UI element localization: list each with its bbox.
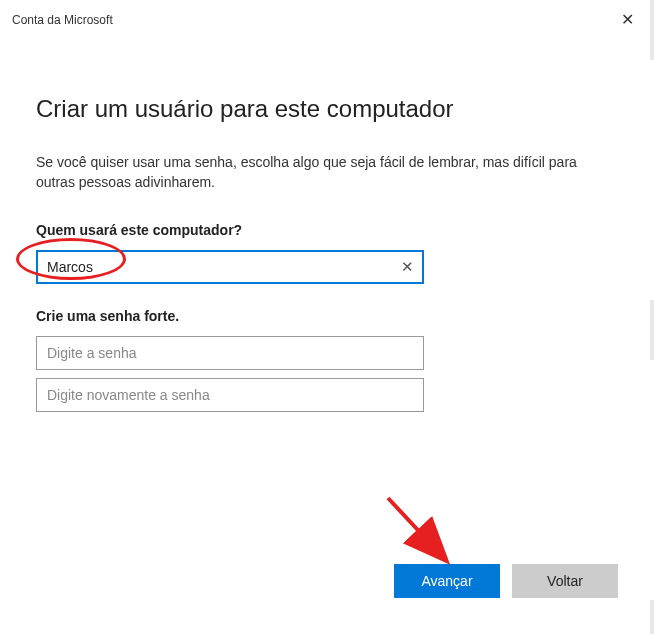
page-description: Se você quiser usar uma senha, escolha a… [36,153,618,192]
username-input[interactable] [36,250,424,284]
window-title: Conta da Microsoft [12,13,113,27]
clear-input-icon[interactable]: ✕ [392,252,422,282]
titlebar: Conta da Microsoft ✕ [0,0,654,35]
username-label: Quem usará este computador? [36,222,618,238]
page-title: Criar um usuário para este computador [36,95,618,123]
back-button[interactable]: Voltar [512,564,618,598]
svg-line-1 [388,498,442,556]
footer-buttons: Avançar Voltar [394,564,618,598]
password-input[interactable] [36,336,424,370]
content-area: Criar um usuário para este computador Se… [0,35,654,412]
password-confirm-input[interactable] [36,378,424,412]
window-right-edge [650,0,654,634]
username-field-wrap: ✕ [36,250,424,284]
password-label: Crie uma senha forte. [36,308,618,324]
next-button[interactable]: Avançar [394,564,500,598]
password-field-wrap [36,336,424,370]
password-confirm-field-wrap [36,378,424,412]
close-icon[interactable]: ✕ [613,8,642,31]
